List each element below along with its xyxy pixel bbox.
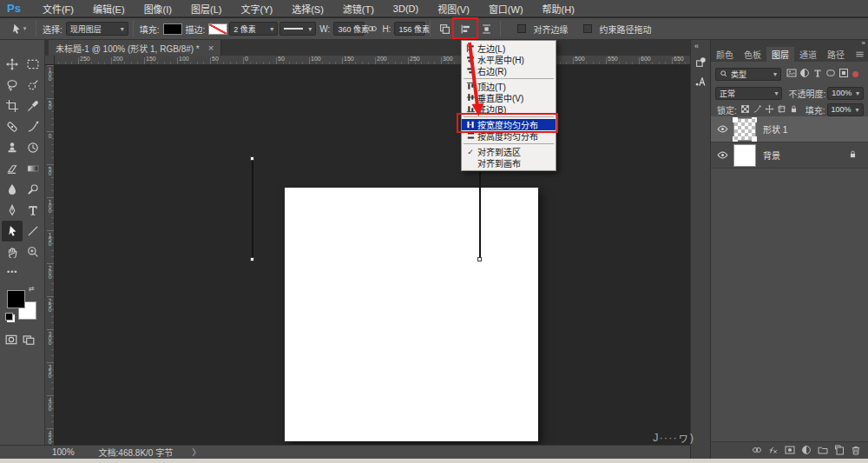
menu-item-5[interactable]: 选择(S) (282, 0, 333, 17)
lock-paint-icon[interactable] (753, 104, 762, 116)
panel-tab-通道[interactable]: 通道 (794, 47, 822, 62)
menu-item-10[interactable]: 帮助(H) (533, 0, 584, 17)
menu-item-6[interactable]: 滤镜(T) (333, 0, 384, 17)
layer-fill-dropdown[interactable]: 100% (827, 103, 864, 116)
panel-menu-icon[interactable] (855, 47, 865, 62)
lock-transparent-icon[interactable] (740, 104, 750, 116)
panel-tab-路径[interactable]: 路径 (822, 47, 850, 62)
layer-style-fx-icon[interactable] (768, 445, 779, 457)
stroke-swatch[interactable] (208, 23, 227, 35)
stroke-width-dropdown[interactable]: 2 像素 (229, 22, 278, 36)
quick-selection-tool[interactable] (23, 75, 43, 96)
document-tab[interactable]: 未标题-1 @ 100% (形状 1, RGB/8#) * × (49, 40, 221, 56)
blur-tool[interactable] (2, 179, 23, 200)
menu-item-2[interactable]: 图像(I) (135, 0, 181, 17)
quick-mask-mode-button[interactable] (5, 334, 17, 347)
menu-item-垂直居中(V)[interactable]: 垂直居中(V) (462, 92, 556, 103)
align-edges-checkbox[interactable] (517, 24, 526, 33)
menu-item-7[interactable]: 3D(D) (384, 0, 428, 17)
tab-close-icon[interactable]: × (208, 43, 214, 53)
ruler-origin-corner[interactable] (45, 56, 55, 65)
menu-item-水平居中(H)[interactable]: 水平居中(H) (462, 54, 556, 65)
stroke-style-dropdown[interactable] (279, 22, 316, 36)
filter-toggle-icon[interactable] (852, 71, 858, 77)
layer-mask-icon[interactable] (785, 445, 795, 457)
current-tool-icon[interactable]: ▾ (5, 20, 31, 37)
smart-object-filter-icon[interactable] (838, 68, 849, 80)
menu-item-3[interactable]: 图层(L) (181, 0, 231, 17)
eraser-tool[interactable] (2, 158, 23, 179)
eyedropper-tool[interactable] (23, 96, 43, 116)
document-canvas[interactable] (285, 188, 538, 441)
healing-brush-tool[interactable] (2, 116, 23, 137)
path-operations-button[interactable] (435, 20, 454, 37)
status-expand-icon[interactable]: 〉 (192, 446, 201, 459)
marquee-tool[interactable] (23, 54, 43, 75)
shape-line-right[interactable] (479, 172, 481, 260)
brush-tool[interactable] (23, 116, 43, 137)
menu-item-右边(R)[interactable]: 右边(R) (462, 65, 556, 76)
layer-thumbnail[interactable] (733, 144, 756, 167)
layer-filter-dropdown[interactable]: 类型 (715, 68, 781, 81)
menu-item-0[interactable]: 文件(F) (33, 0, 83, 17)
layer-row-形状 1[interactable]: 形状 1 (711, 116, 868, 142)
crop-tool[interactable] (2, 96, 23, 116)
lock-artboard-icon[interactable] (777, 104, 786, 116)
adjustment-layer-icon[interactable] (801, 445, 812, 457)
screen-mode-button[interactable] (23, 334, 35, 347)
foreground-color-swatch[interactable] (7, 290, 25, 308)
layer-thumbnail[interactable] (733, 118, 756, 141)
type-tool[interactable] (23, 200, 43, 221)
move-tool[interactable] (2, 54, 23, 75)
layer-visibility-eye-icon[interactable] (714, 149, 730, 161)
clone-stamp-tool[interactable] (2, 137, 23, 158)
delete-layer-icon[interactable] (851, 445, 861, 457)
gradient-tool[interactable] (23, 158, 43, 179)
horizontal-ruler[interactable]: 2502001501005005010015020025030035040045… (45, 56, 690, 65)
dodge-tool[interactable] (23, 179, 43, 200)
shape-line-left[interactable] (252, 159, 253, 260)
lasso-tool[interactable] (2, 75, 23, 96)
pixel-layer-filter-icon[interactable] (786, 68, 797, 80)
menu-item-8[interactable]: 视图(V) (428, 0, 479, 17)
path-selection-tool[interactable] (2, 221, 23, 241)
pen-tool[interactable] (2, 200, 23, 221)
shape-tools-panel-icon[interactable] (693, 54, 708, 69)
blend-mode-dropdown[interactable]: 正常 (715, 87, 782, 100)
menu-item-9[interactable]: 窗口(W) (479, 0, 533, 17)
layer-visibility-eye-icon[interactable] (714, 123, 730, 135)
glyphs-panel-icon[interactable] (693, 73, 708, 89)
menu-item-4[interactable]: 文字(Y) (231, 0, 282, 17)
select-mode-dropdown[interactable]: 现用图层 (66, 22, 128, 36)
path-alignment-button[interactable] (456, 20, 475, 37)
lock-move-icon[interactable] (765, 104, 774, 116)
width-input[interactable]: 360 像素 (333, 22, 365, 36)
default-colors-icon[interactable] (5, 313, 13, 321)
anchor-handle[interactable] (250, 156, 254, 161)
menu-item-按高度均匀分布[interactable]: 按高度均匀分布 (462, 130, 556, 142)
type-filter-icon[interactable] (812, 68, 823, 80)
expand-panel-icon[interactable]: » (862, 39, 865, 47)
canvas-pasteboard[interactable] (45, 56, 690, 445)
height-input[interactable]: 156 像素 (394, 22, 425, 36)
menu-item-1[interactable]: 编辑(E) (83, 0, 135, 17)
path-arrangement-button[interactable] (477, 20, 496, 37)
lock-all-icon[interactable] (789, 104, 799, 116)
edit-toolbar-icon[interactable]: ••• (7, 268, 17, 276)
menu-item-对齐到画布[interactable]: 对齐到画布 (462, 157, 556, 169)
vertical-ruler[interactable]: 10050050100150200250300350400450 (45, 65, 55, 445)
opacity-dropdown[interactable]: 100% (827, 87, 864, 100)
shape-filter-icon[interactable] (825, 68, 836, 80)
layer-group-icon[interactable] (818, 445, 828, 457)
menu-item-底边(B)[interactable]: 底边(B) (462, 103, 556, 115)
panel-tab-颜色[interactable]: 颜色 (711, 47, 739, 62)
adjustment-filter-icon[interactable] (799, 68, 810, 80)
zoom-level-field[interactable]: 100% (52, 447, 75, 457)
swap-colors-icon[interactable]: ⇄ (29, 285, 35, 293)
history-brush-tool[interactable] (23, 137, 43, 158)
layer-row-背景[interactable]: 背景 (711, 142, 868, 169)
zoom-tool[interactable] (23, 241, 43, 262)
line-tool[interactable] (23, 221, 43, 241)
link-layers-icon[interactable] (752, 445, 762, 457)
constrain-path-drag-checkbox[interactable] (583, 24, 592, 33)
